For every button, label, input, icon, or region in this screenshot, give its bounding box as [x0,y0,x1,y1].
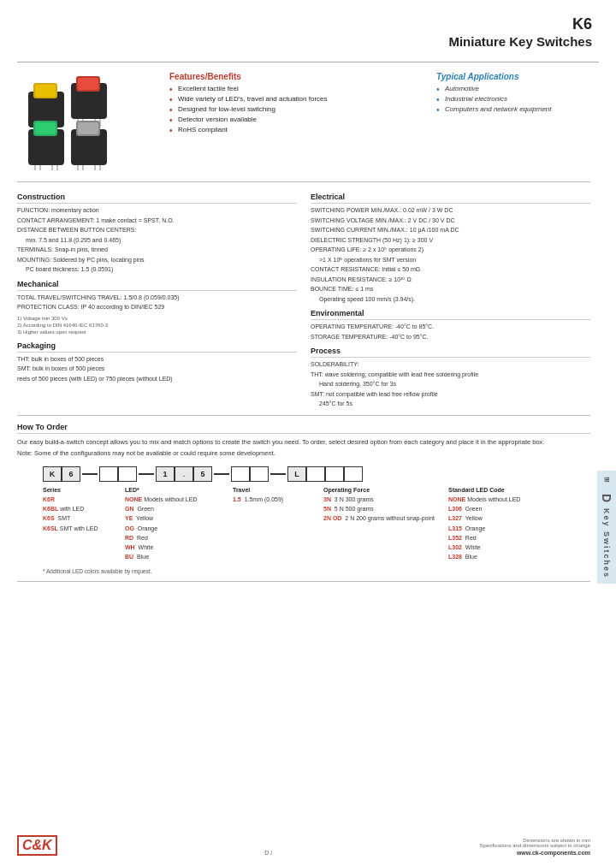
construction-line-1: CONTACT ARRANGEMENT: 1 make contact = SP… [17,216,297,226]
typical-item-1: Automotive [436,85,590,92]
footer-center: D / [264,850,272,856]
feature-item-1: Excellent tactile feel [169,85,428,92]
led-label: LED* [125,487,219,493]
ck-logo: C&K [17,835,57,856]
legend-standard-led: Standard LED Code NONE Models without LE… [448,487,551,561]
series-k6s: K6S SMT [43,513,111,523]
pn-dash-3 [214,473,229,475]
specs-right-col: Electrical SWITCHING POWER MIN./MAX.: 0.… [311,187,590,410]
typical-applications-title: Typical Applications [436,72,590,81]
electrical-line-6: CONTACT RESISTANCE: Initial ≤ 50 mΩ [311,265,590,275]
pn-5: 5 [193,466,212,482]
how-to-order-title: How To Order [17,423,590,434]
footnote-0: 1) Voltage min 300 Vs [17,315,297,322]
typical-applications-section: Typical Applications Automotive Industri… [436,72,590,175]
footer-note: Dimensions are shown in mmSpecifications… [480,838,590,848]
std-led-l306: L306 Green [448,504,551,513]
pn-legend-row: Series K6R K6BL with LED K6S SMT K6SL SM… [43,487,590,561]
electrical-line-5: >1 X 10⁶ operations for SMT version [311,256,590,265]
electrical-line-4: OPERATING LIFE: ≥ 2 x 10⁵ operations 2) [311,246,590,255]
top-header: K6 Miniature Key Switches [448,15,592,49]
product-image-area [17,72,154,175]
tab-icon-1: ⊞ [604,476,610,483]
mechanical-line-1: PROTECTION CLASS: IP 40 according to DIN… [17,303,297,312]
side-tab-icons: ⊞ [604,476,610,483]
part-number-builder: K 6 1 . 5 [43,466,590,482]
construction-text: FUNCTION: momentary action CONTACT ARRAN… [17,206,297,275]
specs-section-rule [17,415,590,416]
pn-empty-6 [325,466,344,482]
packaging-line-0: THT: bulk in boxes of 500 pieces [17,355,297,365]
pn-k: K [43,466,62,482]
footer-logo-area: C&K [17,835,57,856]
travel-label: Travel [233,487,310,493]
svg-rect-16 [35,122,56,134]
std-led-none: NONE Models without LED [448,495,551,504]
environmental-title: Environmental [311,309,590,320]
main-content: Features/Benefits Excellent tactile feel… [17,67,590,587]
footnote-1: 2) According to DIN 41640-IEC 61760-3 [17,322,297,329]
std-led-l315: L315 Orange [448,524,551,533]
typical-item-3: Computers and network equipment [436,105,590,113]
pn-empty-1 [99,466,118,482]
environmental-line-0: OPERATING TEMPERATURE: -40°C to 85°C. [311,323,590,332]
construction-line-5: MOUNTING: Soldered by PC pins, locating … [17,256,297,265]
how-to-order-desc: Our easy build-a-switch concept allows y… [17,437,590,447]
construction-line-2: DISTANCE BETWEEN BUTTON CENTERS: [17,226,297,235]
std-led-l328: L328 Blue [448,552,551,561]
process-line-3: SMT: not compatible with lead free reflo… [311,390,590,400]
footnote-2: 3) Higher values upon request [17,329,297,335]
series-k6sl: K6SL SMT with LED [43,524,111,533]
electrical-line-8: BOUNCE TIME: ≤ 1 ms [311,285,590,294]
mechanical-footnotes: 1) Voltage min 300 Vs 2) According to DI… [17,315,297,336]
feature-item-2: Wide variety of LED's, travel and actuat… [169,95,428,103]
construction-line-3: min. 7.5 and 11.8 (0.295 and 0.465) [17,236,297,246]
pn-empty-5 [306,466,325,482]
svg-rect-23 [78,122,98,134]
features-list: Excellent tactile feel Wide variety of L… [169,85,428,133]
environmental-line-1: STORAGE TEMPERATURE: -40°C to 95°C. [311,333,590,342]
specs-left-col: Construction FUNCTION: momentary action … [17,187,297,410]
legend-series: Series K6R K6BL with LED K6S SMT K6SL SM… [43,487,111,561]
series-k6r: K6R [43,495,111,504]
footer: C&K D / Dimensions are shown in mmSpecif… [17,835,590,856]
electrical-line-7: INSULATION RESISTANCE: ≥ 10¹⁰ Ω [311,276,590,285]
electrical-line-3: DIELECTRIC STRENGTH (50 Hz) 1): ≥ 300 V [311,236,590,246]
side-tab: ⊞ D Key Switches [597,471,616,584]
led-note: * Additional LED colors available by req… [43,568,590,574]
feature-item-3: Designed for low-level switching [169,105,428,113]
construction-line-6: PC board thickness: 1.5 (0.0591) [17,265,297,275]
process-line-1: THT: wave soldering; compatible with lea… [311,371,590,380]
travel-item: 1.5 1.5mm (0.059) [233,495,310,504]
pn-dash-1 [82,473,98,475]
pn-empty-3 [231,466,250,482]
led-rd: RD Red [125,533,219,543]
feature-item-4: Detector version available [169,116,428,123]
led-bu: BU Blue [125,552,219,561]
pn-empty-2 [118,466,137,482]
led-og: OG Orange [125,524,219,533]
legend-operating-force: Operating Force 3N 3 N 300 grams 5N 5 N … [323,487,435,561]
part-number-area: K 6 1 . 5 [43,466,590,574]
side-tab-letter: D [600,494,613,503]
environmental-text: OPERATING TEMPERATURE: -40°C to 85°C. ST… [311,323,590,341]
typical-applications-list: Automotive Industrial electronics Comput… [436,85,590,113]
std-led-l352: L352 Red [448,533,551,543]
top-section: Features/Benefits Excellent tactile feel… [17,72,590,175]
led-ye: YE Yellow [125,513,219,523]
footer-rule [17,581,590,582]
pn-empty-4 [250,466,269,482]
force-2n: 2N OD 2 N 200 grams without snap-point [323,513,435,523]
product-image-svg [21,76,150,170]
process-title: Process [311,347,590,358]
packaging-line-2: reels of 500 pieces (with LED) or 750 pi… [17,375,297,384]
header-divider [17,62,599,62]
construction-line-0: FUNCTION: momentary action [17,206,297,216]
std-led-l302: L302 White [448,543,551,552]
process-line-0: SOLDERABILITY: [311,360,590,370]
led-wh: WH White [125,543,219,552]
electrical-text: SWITCHING POWER MIN./MAX.: 0.02 mW / 3 W… [311,206,590,304]
force-5n: 5N 5 N 500 grams [323,504,435,513]
pn-6: 6 [62,466,80,482]
side-tab-text: Key Switches [602,508,611,578]
